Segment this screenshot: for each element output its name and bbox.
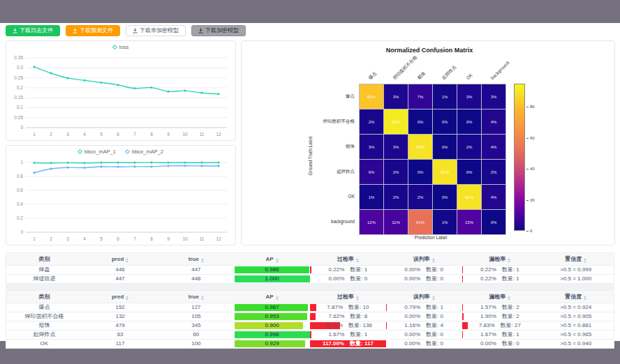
svg-text:8: 8 — [150, 132, 153, 137]
colorbar-tick: 40 — [526, 167, 535, 171]
rate-cell: 0.00%数量: 0 — [386, 266, 462, 274]
confidence-cell: >0.5 = 0.924 — [538, 303, 614, 312]
cm-cell-4-0: 1% — [360, 185, 383, 209]
cm-row-label: 爆点 — [242, 93, 355, 100]
download-button-1[interactable]: 下载预测文件 — [66, 25, 120, 36]
column-header[interactable]: pred — [82, 253, 158, 265]
sort-icon — [356, 258, 359, 263]
class-name-cell: 焊盘 — [6, 266, 82, 274]
svg-text:0.1: 0.1 — [17, 105, 23, 109]
class-name-cell: 焊缝轨迹 — [6, 275, 82, 283]
ground-truth-axis-label: Ground Truth Label — [308, 111, 313, 202]
cm-cell-2-2: 90% — [408, 135, 432, 159]
true-cell: 105 — [158, 312, 235, 321]
rate-cell: 39.42%数量: 136 — [310, 321, 386, 330]
download-button-2[interactable]: 下载非加密模型 — [126, 25, 186, 36]
cm-cell-4-4: 90% — [457, 185, 481, 209]
diamond-marker-icon — [112, 45, 117, 50]
column-header[interactable]: 误判率 — [386, 291, 462, 303]
confusion-matrix-card: Normalized Confusion Matrix 83%3%7%1%3%3… — [241, 40, 615, 245]
cm-cell-0-3: 1% — [433, 84, 457, 109]
sort-icon — [432, 258, 435, 263]
rate-cell: 1.67%数量: 1 — [462, 331, 538, 339]
cm-col-label: 焊印面积不合格 — [392, 54, 418, 81]
download-button-3[interactable]: 下载加密模型 — [191, 25, 246, 36]
confusion-matrix-title: Normalized Confusion Matrix — [309, 47, 550, 54]
svg-text:10: 10 — [182, 132, 188, 137]
column-header[interactable]: 漏检率 — [462, 291, 538, 303]
svg-text:12: 12 — [216, 236, 221, 241]
svg-text:2: 2 — [50, 132, 52, 137]
confidence-cell: >0.5 = 1.000 — [538, 275, 614, 283]
ap-cell: 0.996 — [234, 331, 310, 339]
cm-cell-1-1: 92% — [384, 109, 408, 134]
cm-row-label: 熔珠 — [242, 144, 355, 150]
svg-text:12: 12 — [216, 132, 221, 137]
rate-cell: 1.16%数量: 4 — [386, 321, 462, 330]
svg-text:4: 4 — [83, 236, 86, 241]
rate-cell: 7.62%数量: 8 — [310, 312, 386, 321]
true-cell: 127 — [158, 303, 235, 312]
legend-item-bbox_mAP_1[interactable]: bbox_mAP_1 — [78, 149, 116, 155]
svg-text:0.3: 0.3 — [17, 65, 23, 70]
true-cell: 60 — [158, 331, 235, 339]
rate-cell: 0.00%数量: 0 — [386, 312, 462, 321]
column-header[interactable]: 置信度 — [538, 291, 614, 303]
diamond-marker-icon — [78, 149, 82, 154]
column-header[interactable]: AP — [234, 253, 310, 265]
cm-cell-3-4: 0% — [457, 160, 481, 184]
legend-item-bbox_mAP_2[interactable]: bbox_mAP_2 — [126, 149, 163, 155]
cm-cell-5-2: 61% — [408, 210, 432, 234]
column-header[interactable]: true — [158, 253, 235, 265]
column-header[interactable]: true — [158, 291, 235, 303]
cm-cell-2-3: 0% — [433, 135, 457, 159]
loss-line-chart: 00.050.10.150.20.250.30.3512345678910111… — [6, 41, 237, 142]
column-header[interactable]: AP — [234, 291, 310, 303]
cm-cell-5-0: 12% — [360, 210, 383, 234]
legend-item-loss[interactable]: loss — [113, 44, 128, 50]
column-header[interactable]: 过检率 — [310, 291, 386, 303]
toolbar: 下载日志文件下载预测文件下载非加密模型下载加密模型 — [6, 25, 246, 36]
column-header: 类别 — [6, 253, 82, 265]
cm-cell-0-1: 3% — [384, 84, 408, 109]
column-header[interactable]: 置信度 — [538, 253, 614, 265]
download-icon — [73, 28, 78, 33]
table-row: OK 117 100 0.929 117.00%数量: 1170.00%数量: … — [6, 340, 614, 348]
cm-cell-1-5: 4% — [482, 109, 505, 134]
svg-text:9: 9 — [167, 132, 170, 137]
cm-cell-0-0: 83% — [360, 84, 383, 109]
svg-text:8: 8 — [150, 236, 153, 241]
column-header[interactable]: 误判率 — [386, 253, 462, 265]
map-line-chart: 00.20.40.60.81123456789101112 — [6, 146, 237, 246]
pred-cell: 132 — [82, 312, 158, 321]
svg-text:0.2: 0.2 — [17, 85, 23, 90]
table-row: 焊盘 446 447 0.986 0.22%数量: 10.00%数量: 00.2… — [6, 266, 614, 275]
rate-cell: 0.22%数量: 1 — [310, 266, 386, 274]
colorbar-tick: 0 — [526, 229, 532, 233]
column-header[interactable]: 过检率 — [310, 253, 386, 265]
class-name-cell: OK — [6, 340, 82, 348]
svg-text:10: 10 — [182, 236, 188, 241]
cm-col-label: 爆点 — [367, 70, 378, 81]
rate-cell: 0.00%数量: 0 — [386, 331, 462, 339]
cm-cell-4-2: 2% — [408, 185, 432, 209]
class-name-cell: 焊印面积不合格 — [6, 312, 82, 321]
svg-text:3: 3 — [66, 236, 69, 241]
svg-text:0.05: 0.05 — [14, 115, 23, 120]
svg-text:6: 6 — [117, 132, 119, 137]
column-header[interactable]: 漏检率 — [462, 253, 538, 265]
cm-cell-2-5: 4% — [482, 135, 505, 159]
table-row: 起焊炸点 63 60 0.996 1.67%数量: 10.00%数量: 01.6… — [6, 331, 614, 340]
true-cell: 448 — [158, 275, 235, 283]
column-header[interactable]: pred — [82, 291, 158, 303]
sort-icon — [508, 258, 510, 263]
cm-row-label: 焊印面积不合格 — [242, 119, 355, 125]
pred-cell: 479 — [82, 321, 158, 330]
rate-cell: 117.00%数量: 117 — [310, 340, 386, 348]
rate-cell: 0.00%数量: 0 — [462, 340, 538, 348]
svg-text:2: 2 — [50, 236, 52, 241]
download-button-0[interactable]: 下载日志文件 — [6, 25, 60, 36]
table-header-row: 类别predtrueAP过检率误判率漏检率置信度 — [6, 291, 614, 303]
svg-text:11: 11 — [200, 236, 205, 241]
pred-cell: 152 — [82, 303, 158, 312]
